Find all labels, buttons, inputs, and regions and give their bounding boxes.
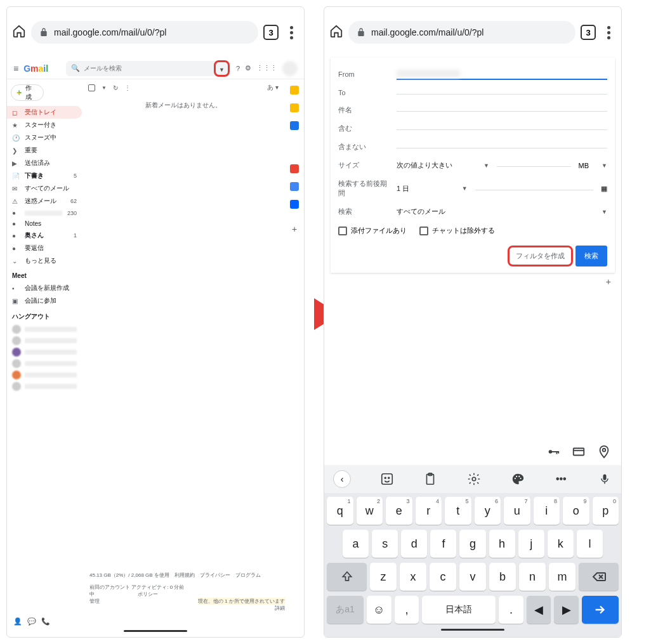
key-h[interactable]: h [489,530,515,558]
browser-menu-icon[interactable] [601,26,616,39]
keep-icon[interactable] [290,103,299,112]
nav-handle[interactable] [124,630,187,632]
key-i[interactable]: i8 [534,497,560,525]
chevron-down-icon[interactable]: ▼ [102,85,107,91]
select-all-checkbox[interactable] [88,84,95,91]
more-icon[interactable]: ⋮ [124,84,131,91]
sidebar-item-okusan[interactable]: ●奥さん1 [7,229,82,242]
search-options-dropdown[interactable]: ▼ [214,60,230,77]
hamburger-icon[interactable]: ≡ [13,63,18,74]
key-g[interactable]: g [459,530,485,558]
date-within-select[interactable]: 1 日▼ [397,184,468,194]
haswords-input[interactable] [397,127,607,130]
key-j[interactable]: j [518,530,544,558]
space-key[interactable]: 日本語 [422,596,496,624]
tasks-icon[interactable] [290,121,299,130]
emoji-key[interactable]: ☺ [367,596,391,624]
key-v[interactable]: v [459,563,486,591]
add-addon-icon[interactable]: + [292,224,297,234]
sidebar-item-allmail[interactable]: ✉すべてのメール [7,182,82,195]
sidebar-item-snoozed[interactable]: 🕐スヌーズ中 [7,131,82,144]
size-unit-select[interactable]: MB▼ [579,162,607,169]
key-b[interactable]: b [489,563,516,591]
searchin-select[interactable]: すべてのメール▼ [397,207,607,216]
compose-button[interactable]: + 作成 [11,84,44,101]
browser-menu-icon[interactable] [284,26,299,39]
nav-handle[interactable] [441,629,504,631]
comma-key[interactable]: , [395,596,419,624]
mic-icon[interactable] [597,471,612,487]
key-o[interactable]: o9 [563,497,589,525]
search-box[interactable]: 🔍 ▼ [66,61,231,76]
clipboard-icon[interactable] [423,471,438,487]
sidebar-item-notes[interactable]: ●Notes [7,218,82,229]
refresh-icon[interactable]: ↻ [113,84,118,91]
nothave-input[interactable] [397,145,607,148]
tab-count[interactable]: 3 [263,25,279,40]
sidebar-item-drafts[interactable]: 📄下書き5 [7,169,82,182]
subject-input[interactable] [397,108,607,112]
sidebar-item-important[interactable]: ❯重要 [7,144,82,157]
settings-icon[interactable] [466,471,482,487]
key-s[interactable]: s [372,530,398,558]
search-button[interactable]: 検索 [575,246,607,266]
sidebar-item-spam[interactable]: ⚠迷惑メール62 [7,195,82,207]
key-q[interactable]: q1 [327,497,353,525]
meet-new[interactable]: ▪会議を新規作成 [7,282,82,294]
size-operator-select[interactable]: 次の値より大きい▼ [397,161,489,170]
key-l[interactable]: l [577,530,603,558]
right-arrow-key[interactable]: ▶ [554,596,579,624]
sidebar-item-more[interactable]: ⌄もっと見る [7,254,82,267]
key-p[interactable]: p0 [593,497,619,525]
date-input[interactable] [475,187,593,190]
sidebar-item-reply[interactable]: ●要返信 [7,242,82,254]
sidebar-item-sent[interactable]: ▶送信済み [7,157,82,169]
key-r[interactable]: r4 [416,497,442,525]
key-n[interactable]: n [519,563,546,591]
key-y[interactable]: y6 [475,497,501,525]
settings-icon[interactable]: ⚙ [245,64,251,72]
key-icon[interactable] [546,445,560,459]
sticker-icon[interactable] [379,471,395,487]
sidebar-item-starred[interactable]: ★スター付き [7,119,82,131]
more-icon[interactable]: ••• [553,471,569,487]
calendar-icon[interactable]: ▦ [601,185,607,193]
phone-icon[interactable]: 📞 [41,617,50,626]
key-e[interactable]: e3 [386,497,412,525]
kb-back-button[interactable]: ‹ [333,470,351,488]
location-icon[interactable] [597,445,611,459]
addon-icon[interactable] [290,182,299,191]
key-m[interactable]: m [549,563,575,591]
key-a[interactable]: a [343,530,369,558]
hangout-contact[interactable] [7,369,82,381]
hangout-contact[interactable] [7,335,82,346]
key-u[interactable]: u7 [504,497,530,525]
hangout-contact[interactable] [7,324,82,335]
key-f[interactable]: f [430,530,456,558]
sidebar-item-inbox[interactable]: ◻受信トレイ [7,106,82,119]
input-lang[interactable]: あ ▾ [267,83,279,92]
key-t[interactable]: t5 [445,497,471,525]
hangout-contact[interactable] [7,346,82,358]
addon-icon[interactable] [290,164,299,173]
create-filter-button[interactable]: フィルタを作成 [508,246,573,266]
key-x[interactable]: x [400,563,426,591]
key-d[interactable]: d [401,530,427,558]
sidebar-item-label1[interactable]: ●230 [7,207,82,218]
avatar[interactable] [282,61,298,76]
palette-icon[interactable] [510,471,525,487]
hangout-contact[interactable] [7,358,82,369]
key-z[interactable]: z [370,563,397,591]
add-addon-icon[interactable]: + [324,273,621,291]
apps-icon[interactable]: ⋮⋮⋮ [256,64,277,72]
person-icon[interactable]: 👤 [13,617,22,626]
backspace-key[interactable] [579,563,619,591]
key-k[interactable]: k [548,530,574,558]
chat-icon[interactable]: 💬 [27,617,36,626]
left-arrow-key[interactable]: ◀ [527,596,551,624]
card-icon[interactable] [572,445,586,459]
enter-key[interactable] [582,596,619,624]
calendar-icon[interactable] [290,86,299,95]
shift-key[interactable] [327,563,367,591]
hangout-contact[interactable] [7,381,82,392]
